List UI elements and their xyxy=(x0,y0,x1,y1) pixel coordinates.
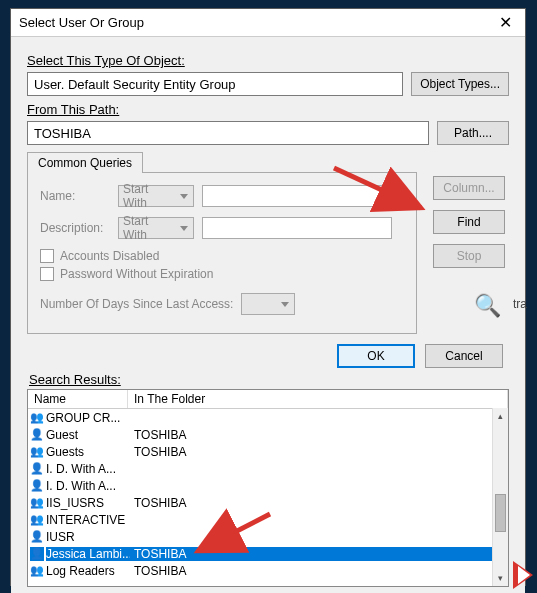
result-folder: TOSHIBA xyxy=(130,428,508,442)
object-type-label: Select This Type Of Object: xyxy=(27,53,509,68)
result-row[interactable]: 👥IIS_IUSRSTOSHIBA xyxy=(28,494,508,511)
days-since-access-label: Number Of Days Since Last Access: xyxy=(40,297,233,311)
background-text-fragment: tra xyxy=(513,297,527,311)
close-button[interactable]: ✕ xyxy=(491,12,519,34)
select-user-dialog: Select User Or Group ✕ Select This Type … xyxy=(10,8,526,586)
search-results-label: Search Results: xyxy=(29,372,509,387)
column-button[interactable]: Column... xyxy=(433,176,505,200)
corner-badge xyxy=(499,561,533,589)
tab-common-queries[interactable]: Common Queries xyxy=(27,152,143,173)
result-name: Jessica Lambi... xyxy=(46,547,130,561)
result-name: IUSR xyxy=(46,530,75,544)
result-name: I. D. With A... xyxy=(46,462,116,476)
dialog-body: Select This Type Of Object: Object Types… xyxy=(11,37,525,593)
result-row[interactable]: 👥Log ReadersTOSHIBA xyxy=(28,562,508,579)
cancel-button[interactable]: Cancel xyxy=(425,344,503,368)
user-icon: 👤 xyxy=(30,428,44,442)
user-icon: 👤 xyxy=(30,479,44,493)
result-name: Log Readers xyxy=(46,564,115,578)
user-icon: 👤 xyxy=(30,530,44,544)
password-no-expire-checkbox[interactable] xyxy=(40,267,54,281)
result-folder: TOSHIBA xyxy=(130,564,508,578)
result-folder: TOSHIBA xyxy=(130,496,508,510)
results-header: Name In The Folder xyxy=(28,390,508,409)
result-name: IIS_IUSRS xyxy=(46,496,104,510)
password-no-expire-label: Password Without Expiration xyxy=(60,267,213,281)
accounts-disabled-checkbox[interactable] xyxy=(40,249,54,263)
group-icon: 👥 xyxy=(30,445,44,459)
user-icon: 👤 xyxy=(30,547,44,561)
scroll-up-icon[interactable]: ▴ xyxy=(493,408,508,424)
from-path-label: From This Path: xyxy=(27,102,509,117)
description-input[interactable] xyxy=(202,217,392,239)
description-label: Description: xyxy=(40,221,110,235)
scroll-thumb[interactable] xyxy=(495,494,506,532)
group-icon: 👥 xyxy=(30,496,44,510)
accounts-disabled-label: Accounts Disabled xyxy=(60,249,159,263)
result-name: Guest xyxy=(46,428,78,442)
object-type-field[interactable] xyxy=(27,72,403,96)
column-header-name[interactable]: Name xyxy=(28,390,128,408)
result-row[interactable]: 👥GuestsTOSHIBA xyxy=(28,443,508,460)
stop-button[interactable]: Stop xyxy=(433,244,505,268)
path-button[interactable]: Path.... xyxy=(437,121,509,145)
results-scrollbar[interactable]: ▴ ▾ xyxy=(492,408,508,586)
ok-button[interactable]: OK xyxy=(337,344,415,368)
name-match-combo[interactable]: Start With xyxy=(118,185,194,207)
result-row[interactable]: 👥INTERACTIVE xyxy=(28,511,508,528)
magnifier-icon: 🔍 xyxy=(474,293,501,319)
result-row[interactable]: 👤Jessica Lambi...TOSHIBA xyxy=(28,545,508,562)
result-name: INTERACTIVE xyxy=(46,513,125,527)
result-row[interactable]: 👥GROUP CR... xyxy=(28,409,508,426)
find-button[interactable]: Find xyxy=(433,210,505,234)
common-queries-panel: Name: Start With Description: Start With… xyxy=(27,172,417,334)
name-input[interactable] xyxy=(202,185,392,207)
result-name: GROUP CR... xyxy=(46,411,120,425)
group-icon: 👥 xyxy=(30,564,44,578)
days-since-access-combo[interactable] xyxy=(241,293,295,315)
result-name: I. D. With A... xyxy=(46,479,116,493)
group-icon: 👥 xyxy=(30,411,44,425)
results-list: Name In The Folder 👥GROUP CR...👤GuestTOS… xyxy=(27,389,509,587)
result-folder: TOSHIBA xyxy=(130,445,508,459)
column-header-folder[interactable]: In The Folder xyxy=(128,390,508,408)
result-row[interactable]: 👤GuestTOSHIBA xyxy=(28,426,508,443)
result-row[interactable]: 👤I. D. With A... xyxy=(28,477,508,494)
result-row[interactable]: 👤IUSR xyxy=(28,528,508,545)
user-icon: 👤 xyxy=(30,462,44,476)
result-name: Guests xyxy=(46,445,84,459)
from-path-field[interactable] xyxy=(27,121,429,145)
object-types-button[interactable]: Object Types... xyxy=(411,72,509,96)
group-icon: 👥 xyxy=(30,513,44,527)
description-match-combo[interactable]: Start With xyxy=(118,217,194,239)
name-label: Name: xyxy=(40,189,110,203)
result-row[interactable]: 👤I. D. With A... xyxy=(28,460,508,477)
result-folder: TOSHIBA xyxy=(130,547,508,561)
titlebar: Select User Or Group ✕ xyxy=(11,9,525,37)
dialog-title: Select User Or Group xyxy=(19,15,144,30)
